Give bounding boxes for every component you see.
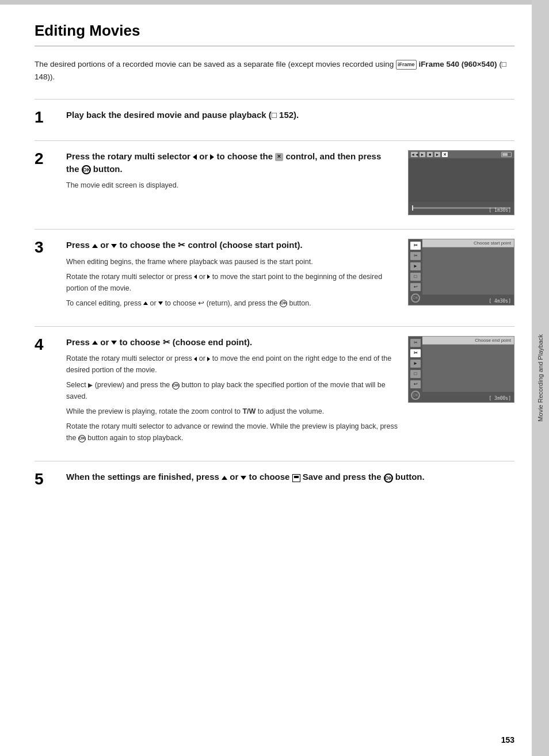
icon-panel-3: ✂ ✂ ► □ ↩ OK (409, 239, 422, 305)
ctrl-edit: ✕ (442, 152, 448, 157)
step-4: 4 Press or to choose ✂ (choose end point… (35, 326, 514, 448)
iframe-badge: iFrame (396, 60, 417, 69)
step-4-body-p1: Rotate the rotary multi selector or pres… (66, 353, 399, 376)
icon-scissors-2: ✂ (410, 252, 421, 260)
icon-scissors-active: ✂ (410, 242, 421, 250)
step-3-body-p3: To cancel editing, press or to choose ↩ … (66, 297, 399, 309)
step-4-header-text: Press or to choose ✂ (choose end point). (66, 336, 399, 349)
step-1-content: Play back the desired movie and pause pl… (66, 109, 514, 127)
intro-paragraph: The desired portions of a recorded movie… (35, 58, 514, 83)
step-1-header: Play back the desired movie and pause pl… (66, 109, 514, 121)
battery-icon (501, 152, 512, 157)
timeline-cursor (412, 205, 413, 211)
step-3-body-p2: Rotate the rotary multi selector or pres… (66, 271, 399, 294)
icon-scissors-4-1: ✂ (410, 339, 421, 347)
icon-return-panel: ↩ (410, 283, 421, 291)
icon-save-panel: □ (410, 273, 421, 281)
step-3-text: Press or to choose the ✂ control (choose… (66, 239, 399, 312)
page-title: Editing Movies (35, 22, 514, 47)
step-2-body-text: The movie edit screen is displayed. (66, 180, 399, 191)
step-4-body-p3: While the preview is playing, rotate the… (66, 406, 399, 417)
timeline: [ 1m30s] (409, 202, 514, 215)
edit-icon: ✕ (275, 153, 283, 161)
step-3-number: 3 (35, 239, 60, 312)
intro-text-start: The desired portions of a recorded movie… (35, 60, 396, 68)
ctrl-rewind: ◄◄ (411, 152, 418, 157)
step-4-screen-body (422, 345, 514, 392)
step-3-image-col: ✂ ✂ ► □ ↩ OK Choose start point (408, 239, 514, 312)
step-2-header-text: Press the rotary multi selector or to ch… (66, 150, 399, 175)
ctrl-ff: ► (434, 152, 440, 157)
icon-panel-4: ✂ ✂ ► □ ↩ OK (409, 337, 422, 402)
step-4-image-col: ✂ ✂ ► □ ↩ OK Choose end point (408, 336, 514, 448)
sidebar-label-text: Movie Recording and Playback (537, 334, 544, 422)
step-1-number: 1 (35, 109, 60, 127)
iframe-label: iFrame 540 (960×540) (418, 60, 497, 68)
step-4-screen-main: Choose end point [ 3m00s] (422, 337, 514, 402)
step-1: 1 Play back the desired movie and pause … (35, 99, 514, 127)
step-3-screen-main: Choose start point [ 4m30s] (422, 239, 514, 305)
icon-scissors-4-active: ✂ (410, 349, 421, 357)
step-5-header-text: When the settings are finished, press or… (66, 471, 514, 483)
ok-small-2: OK (172, 382, 180, 390)
step-3-content: Press or to choose the ✂ control (choose… (66, 239, 514, 312)
ctrl-stop: ■ (427, 152, 433, 157)
page: Editing Movies The desired portions of a… (0, 0, 549, 756)
step-2-image-col: ◄◄ ► ■ ► ✕ (408, 150, 514, 215)
step-4-text: Press or to choose ✂ (choose end point).… (66, 336, 399, 448)
step-3-header-text: Press or to choose the ✂ control (choose… (66, 239, 399, 251)
time-display-3: [ 4m30s] (489, 299, 511, 304)
ctrl-play: ► (420, 152, 425, 157)
step-3-body: When editing begins, the frame where pla… (66, 256, 399, 309)
step-5-content: When the settings are finished, press or… (66, 471, 514, 488)
choose-title-4: Choose end point (422, 337, 514, 345)
ok-panel-icon-3: OK (411, 293, 420, 303)
step-3-body-p1: When editing begins, the frame where pla… (66, 256, 399, 268)
step-3-screen-body (422, 247, 514, 295)
step-4-content: Press or to choose ✂ (choose end point).… (66, 336, 514, 448)
step-2-number: 2 (35, 150, 60, 215)
icon-save-4: □ (410, 370, 421, 378)
step-2-screen: ◄◄ ► ■ ► ✕ (408, 150, 514, 215)
step-2-screen-body (409, 159, 514, 202)
step-5-number: 5 (35, 471, 60, 488)
step-5: 5 When the settings are finished, press … (35, 461, 514, 488)
icon-play-4: ► (410, 360, 421, 368)
ok-small-3: OK (78, 435, 86, 442)
icon-play-panel: ► (410, 262, 421, 270)
step-4-body-p4: Rotate the rotary multi selector to adva… (66, 421, 399, 444)
ok-button-5: OK (384, 474, 393, 483)
step-2-body: The movie edit screen is displayed. (66, 180, 399, 191)
step-3-with-image: Press or to choose the ✂ control (choose… (66, 239, 514, 312)
step-1-header-text: Play back the desired movie and pause pl… (66, 109, 514, 121)
step-4-number: 4 (35, 336, 60, 448)
step-3: 3 Press or to choose the ✂ control (choo… (35, 229, 514, 312)
step-4-timeline: [ 3m00s] (422, 392, 514, 402)
step-3-screen: ✂ ✂ ► □ ↩ OK Choose start point (408, 239, 514, 306)
choose-title-3: Choose start point (422, 239, 514, 247)
step-4-screen: ✂ ✂ ► □ ↩ OK Choose end point (408, 336, 514, 403)
step-2-content: Press the rotary multi selector or to ch… (66, 150, 514, 215)
sidebar-label: Movie Recording and Playback (532, 0, 549, 756)
step-3-timeline: [ 4m30s] (422, 295, 514, 305)
ok-small-1: OK (280, 300, 287, 307)
ok-button-icon: OK (82, 165, 91, 174)
time-display-1: [ 1m30s] (489, 208, 511, 213)
step-2-text: Press the rotary multi selector or to ch… (66, 150, 399, 215)
ok-panel-icon-4: OK (411, 391, 420, 400)
header-bar (0, 0, 549, 5)
page-number: 153 (501, 735, 514, 744)
step-2-with-image: Press the rotary multi selector or to ch… (66, 150, 514, 215)
step-4-body-p2: Select (preview) and press the OK button… (66, 379, 399, 402)
icon-return-4: ↩ (410, 380, 421, 388)
step-4-with-image: Press or to choose ✂ (choose end point).… (66, 336, 514, 448)
time-display-4: [ 3m00s] (489, 396, 511, 401)
step-2: 2 Press the rotary multi selector or to … (35, 140, 514, 215)
content-area: Editing Movies The desired portions of a… (0, 5, 549, 537)
step-4-body: Rotate the rotary multi selector or pres… (66, 353, 399, 444)
